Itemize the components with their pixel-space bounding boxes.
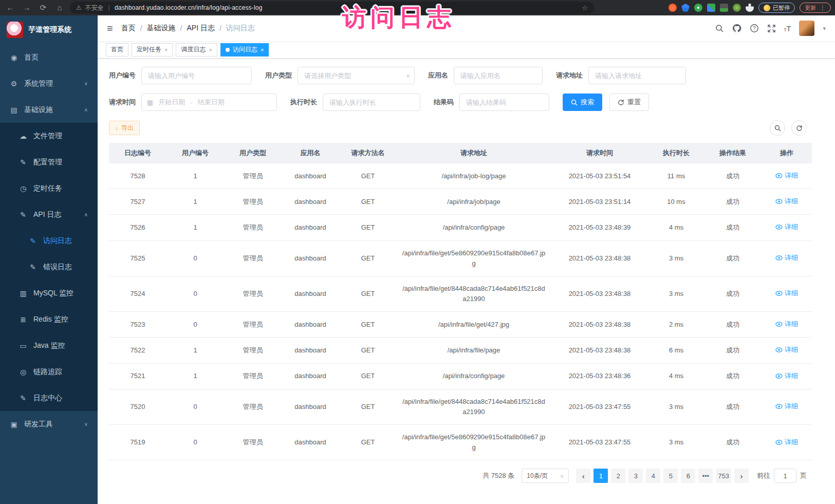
close-icon[interactable]: ×: [164, 47, 168, 53]
cell-url: /api/infra/job-log/page: [397, 163, 551, 189]
refresh-table-button[interactable]: [791, 120, 807, 136]
page-number-button[interactable]: 753: [716, 469, 731, 483]
sidebar-item-errorlog[interactable]: ✎ 错误日志: [0, 254, 98, 280]
detail-link[interactable]: 详细: [775, 345, 798, 355]
app-title: 芋道管理系统: [28, 25, 71, 34]
cell-user-id: 1: [166, 189, 224, 215]
breadcrumb-home[interactable]: 首页: [121, 24, 136, 33]
tag-home[interactable]: 首页: [106, 43, 128, 57]
sidebar-item-system[interactable]: ⚙ 系统管理 ∨: [0, 70, 98, 97]
sidebar-item-java[interactable]: ▭ Java 监控: [0, 332, 98, 359]
detail-link[interactable]: 详细: [775, 288, 798, 298]
page-number-button[interactable]: 5: [663, 469, 678, 483]
browser-menu-dots-icon[interactable]: ⋮: [820, 4, 826, 11]
address-bar[interactable]: ⚠ 不安全 | dashboard.yudao.iocoder.cn/infra…: [70, 2, 594, 14]
page-number-button[interactable]: 4: [646, 469, 660, 483]
cell-log-id: 7526: [109, 215, 166, 240]
sidebar-item-file[interactable]: ☁ 文件管理: [0, 123, 98, 149]
page-number-button[interactable]: 6: [681, 469, 695, 483]
detail-link[interactable]: 详细: [775, 222, 798, 232]
page-number-button[interactable]: 1: [593, 469, 608, 483]
github-icon[interactable]: [732, 24, 741, 33]
log-document-icon: ✎: [29, 237, 37, 245]
close-icon[interactable]: ×: [209, 47, 212, 53]
result-code-input[interactable]: [459, 94, 549, 111]
search-icon[interactable]: [715, 24, 724, 33]
date-range-picker[interactable]: ▦ 开始日期 - 结束日期: [141, 94, 277, 111]
detail-link[interactable]: 详细: [775, 319, 798, 329]
sidebar-item-logcenter[interactable]: ✎ 日志中心: [0, 385, 98, 411]
detail-link[interactable]: 详细: [775, 253, 798, 263]
cell-user-type: 管理员: [224, 338, 282, 363]
browser-reload-icon[interactable]: ⟳: [37, 0, 49, 15]
goto-page-input[interactable]: [774, 469, 796, 483]
toggle-search-button[interactable]: [770, 120, 785, 136]
result-code-label: 结果码: [434, 98, 454, 107]
page-size-select[interactable]: 10条/页 ∨: [522, 469, 569, 483]
extension-icon[interactable]: [720, 4, 728, 12]
sidebar-item-trace[interactable]: ◎ 链路追踪: [0, 359, 98, 385]
extension-area: 已暂停 更新 ⋮: [669, 3, 831, 13]
extension-icon[interactable]: [694, 4, 702, 12]
page-number-button[interactable]: 3: [628, 469, 643, 483]
extension-icon[interactable]: [733, 4, 741, 12]
sidebar-item-home[interactable]: ◉ 首页: [0, 44, 98, 70]
bookmark-star-icon[interactable]: ☆: [582, 4, 588, 12]
search-button[interactable]: 搜索: [563, 94, 602, 111]
browser-update-button[interactable]: 更新 ⋮: [800, 3, 831, 13]
tag-accesslog[interactable]: 访问日志×: [220, 43, 269, 57]
sidebar-item-accesslog[interactable]: ✎ 访问日志: [0, 228, 98, 254]
page-url[interactable]: dashboard.yudao.iocoder.cn/infra/log/api…: [115, 4, 263, 11]
cell-user-id: 1: [166, 338, 224, 363]
font-size-icon[interactable]: тT: [784, 24, 791, 33]
caret-down-icon[interactable]: ▾: [823, 25, 826, 32]
extension-icon[interactable]: [681, 4, 690, 12]
request-url-input[interactable]: [588, 67, 686, 84]
detail-link[interactable]: 详细: [775, 371, 798, 381]
extension-icon[interactable]: [669, 4, 677, 12]
reset-button[interactable]: 重置: [609, 94, 649, 111]
fullscreen-icon[interactable]: [767, 24, 776, 33]
sidebar-item-job[interactable]: ◷ 定时任务: [0, 175, 98, 201]
page-number-button[interactable]: 2: [611, 469, 625, 483]
mysql-monitor-icon: ▥: [19, 289, 27, 297]
cell-url: /api/infra/file/get/8448cada8c714e4ab61f…: [397, 276, 551, 311]
prev-page-button[interactable]: ‹: [576, 469, 590, 483]
app-logo[interactable]: 芋道管理系统: [0, 15, 98, 44]
detail-link[interactable]: 详细: [775, 437, 798, 447]
user-avatar[interactable]: [799, 21, 814, 36]
app-name-input[interactable]: [454, 67, 543, 84]
sidebar-item-mysql[interactable]: ▥ MySQL 监控: [0, 280, 98, 306]
cell-user-type: 管理员: [224, 189, 282, 215]
cell-app-name: dashboard: [282, 215, 339, 240]
tag-job[interactable]: 定时任务×: [132, 43, 173, 57]
cell-log-id: 7521: [109, 363, 166, 389]
extension-icon[interactable]: [707, 4, 715, 12]
browser-forward-icon[interactable]: →: [21, 0, 33, 15]
sidebar-item-devtools[interactable]: ▣ 研发工具 ∨: [0, 411, 98, 437]
security-label[interactable]: 不安全: [85, 4, 104, 12]
detail-link[interactable]: 详细: [775, 401, 798, 412]
hamburger-icon[interactable]: ≡: [107, 23, 113, 34]
puzzle-extensions-icon[interactable]: [746, 4, 754, 12]
browser-home-icon[interactable]: ⌂: [53, 0, 66, 15]
sidebar-item-config[interactable]: ✎ 配置管理: [0, 149, 98, 175]
help-icon[interactable]: ?: [750, 24, 759, 33]
detail-link[interactable]: 详细: [775, 196, 798, 207]
close-icon[interactable]: ×: [261, 47, 264, 53]
profile-paused-badge[interactable]: 已暂停: [758, 3, 795, 13]
tag-joblog[interactable]: 调度日志×: [176, 43, 217, 57]
cell-result: 成功: [704, 240, 762, 276]
sidebar-item-apilog[interactable]: ✎ API 日志 ∧: [0, 201, 98, 228]
sidebar-item-redis[interactable]: ≣ Redis 监控: [0, 306, 98, 332]
duration-input[interactable]: [323, 94, 420, 111]
detail-link[interactable]: 详细: [775, 171, 798, 181]
request-time-label: 请求时间: [109, 98, 136, 107]
user-type-select[interactable]: [298, 67, 415, 84]
sidebar-item-infra[interactable]: ▤ 基础设施 ∧: [0, 97, 98, 123]
user-id-input[interactable]: [141, 67, 252, 84]
export-button[interactable]: ↓ 导出: [109, 121, 140, 135]
page-number-button[interactable]: •••: [698, 469, 713, 483]
browser-back-icon[interactable]: ←: [4, 0, 16, 15]
next-page-button[interactable]: ›: [734, 469, 749, 483]
